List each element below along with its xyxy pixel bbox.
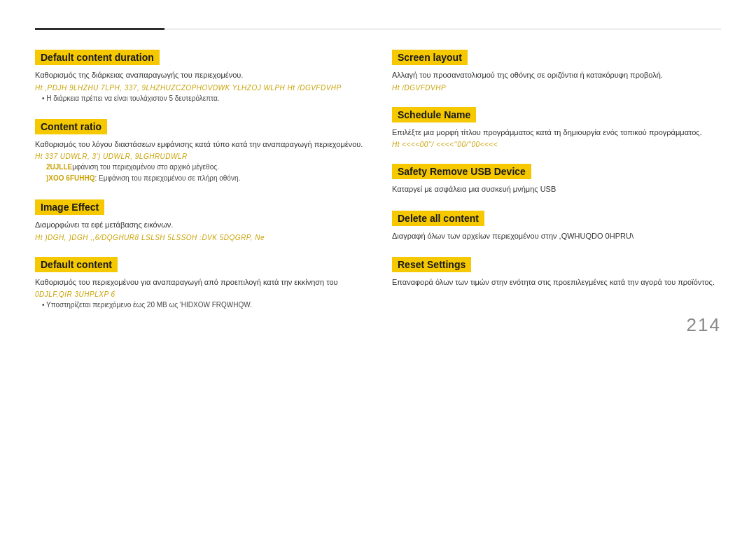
sub-item-original: 2UJLLEμφάνιση του περιεχομένου στο αρχικ…: [46, 162, 364, 173]
sub-item-text-fullscreen: : Εμφάνιση του περιεχομένου σε πλήρη οθό…: [94, 174, 240, 182]
example-default-content: 0DJLF,QIR 3UHPLXP 6: [35, 290, 364, 298]
sub-item-link-fullscreen: )XOO 6FUHHQ: [46, 174, 94, 182]
page-number: 214: [687, 314, 721, 336]
top-dividers: [35, 28, 721, 30]
note-default-content-duration: Η διάρκεια πρέπει να είναι τουλάχιστον 5…: [42, 93, 364, 104]
title-default-content-duration: Default content duration: [35, 50, 160, 65]
title-delete-all-content: Delete all content: [392, 211, 484, 226]
title-safety-remove-usb: Safety Remove USB Device: [392, 164, 531, 179]
divider-light: [164, 29, 721, 29]
main-content: Default content duration Καθορισμός της …: [35, 50, 721, 325]
section-default-content-duration: Default content duration Καθορισμός της …: [35, 50, 364, 104]
desc-safety-remove-usb: Καταργεί με ασφάλεια μια συσκευή μνήμης …: [392, 183, 721, 195]
example-screen-layout: Ht /DGVFDVHP: [392, 84, 721, 92]
right-column: Screen layout Αλλαγή του προσανατολισμού…: [392, 50, 721, 325]
note-default-content: Υποστηρίζεται περιεχόμενο έως 20 MB ως '…: [42, 300, 364, 310]
left-column: Default content duration Καθορισμός της …: [35, 50, 364, 325]
sub-item-link-original: 2UJLLE: [46, 163, 72, 171]
section-reset-settings: Reset Settings Επαναφορά όλων των τιμών …: [392, 257, 721, 288]
desc-default-content: Καθορισμός του περιεχομένου για αναπαραγ…: [35, 276, 364, 288]
title-reset-settings: Reset Settings: [392, 257, 471, 272]
title-image-effect: Image Effect: [35, 199, 104, 215]
desc-screen-layout: Αλλαγή του προσανατολισμού της οθόνης σε…: [392, 69, 721, 81]
sub-item-fullscreen: )XOO 6FUHHQ: Εμφάνιση του περιεχομένου σ…: [46, 173, 364, 184]
desc-delete-all-content: Διαγραφή όλων των αρχείων περιεχομένου σ…: [392, 230, 721, 242]
desc-reset-settings: Επαναφορά όλων των τιμών στην ενότητα στ…: [392, 276, 721, 288]
title-schedule-name: Schedule Name: [392, 107, 476, 122]
section-image-effect: Image Effect Διαμορφώνει τα εφέ μετάβαση…: [35, 199, 364, 241]
title-default-content: Default content: [35, 257, 118, 272]
section-delete-all-content: Delete all content Διαγραφή όλων των αρχ…: [392, 211, 721, 242]
desc-image-effect: Διαμορφώνει τα εφέ μετάβασης εικόνων.: [35, 219, 364, 231]
desc-schedule-name: Επιλέξτε μια μορφή τίτλου προγράμματος κ…: [392, 127, 721, 139]
sub-item-text-original: μφάνιση του περιεχομένου στο αρχικό μέγε…: [72, 163, 219, 171]
section-default-content: Default content Καθορισμός του περιεχομέ…: [35, 257, 364, 311]
example-default-content-duration: Ht ,PDJH 9LHZHU 7LPH, 337, 9LHZHUZCZOPHO…: [35, 84, 364, 92]
section-safety-remove-usb: Safety Remove USB Device Καταργεί με ασφ…: [392, 164, 721, 195]
example-schedule-name: Ht <<<<00''/ <<<<''00/''00<<<<: [392, 141, 721, 148]
title-content-ratio: Content ratio: [35, 119, 107, 134]
section-schedule-name: Schedule Name Επιλέξτε μια μορφή τίτλου …: [392, 107, 721, 149]
example-image-effect: Ht )DGH, )DGH ,,6/DQGHUR8 LSLSH 5LSSOH :…: [35, 234, 364, 241]
desc-content-ratio: Καθορισμός του λόγου διαστάσεων εμφάνιση…: [35, 139, 364, 150]
divider-dark: [35, 28, 164, 30]
example-content-ratio: Ht 337 UDWLR, 3') UDWLR, 9LGHRUDWLR: [35, 153, 364, 160]
section-content-ratio: Content ratio Καθορισμός του λόγου διαστ…: [35, 119, 364, 185]
title-screen-layout: Screen layout: [392, 50, 468, 65]
desc-default-content-duration: Καθορισμός της διάρκειας αναπαραγωγής το…: [35, 69, 364, 81]
section-screen-layout: Screen layout Αλλαγή του προσανατολισμού…: [392, 50, 721, 92]
